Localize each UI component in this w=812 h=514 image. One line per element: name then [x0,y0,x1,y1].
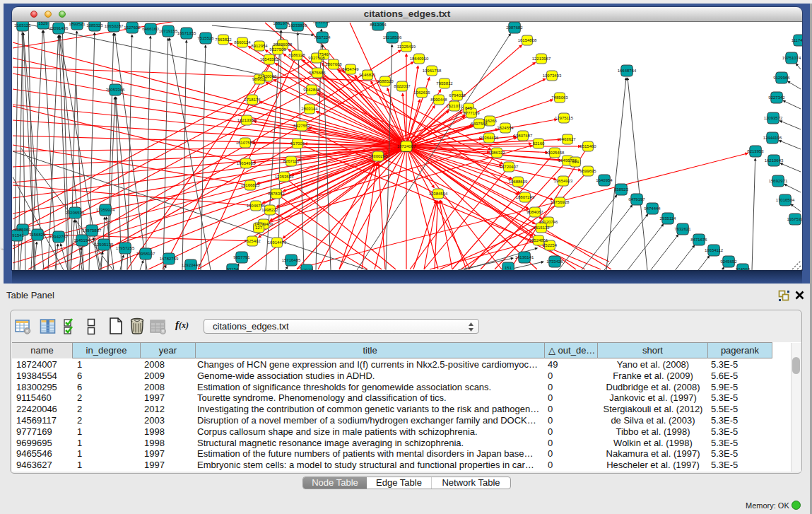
svg-text:2718176: 2718176 [244,98,261,102]
svg-text:7546: 7546 [319,52,329,57]
svg-text:12444195: 12444195 [763,136,782,140]
svg-text:10025458: 10025458 [546,151,565,155]
svg-text:19756928: 19756928 [551,200,570,204]
svg-text:1615132: 1615132 [533,226,550,230]
svg-text:1588520: 1588520 [377,79,394,83]
svg-text:16914479: 16914479 [268,240,287,245]
svg-text:8186328: 8186328 [288,53,305,57]
svg-text:9084067: 9084067 [526,210,543,214]
svg-text:644: 644 [572,160,579,164]
svg-text:19975887: 19975887 [83,228,102,233]
svg-text:23226058: 23226058 [273,42,293,47]
svg-text:12213389: 12213389 [237,118,257,122]
svg-text:7625402: 7625402 [244,239,261,243]
svg-text:10719155: 10719155 [159,29,178,33]
svg-text:93154: 93154 [227,267,239,271]
svg-text:16671355: 16671355 [177,31,196,35]
svg-text:7663822: 7663822 [215,37,232,42]
svg-text:19751074: 19751074 [782,56,801,60]
svg-text:917006: 917006 [290,141,305,146]
svg-text:1167533: 1167533 [787,217,802,221]
svg-text:17359924: 17359924 [96,208,115,212]
svg-text:8213953: 8213953 [747,149,764,153]
svg-text:9242848: 9242848 [303,88,320,92]
svg-text:17016504: 17016504 [776,198,795,202]
svg-text:9699695: 9699695 [579,169,596,173]
svg-text:9515460: 9515460 [579,144,596,148]
svg-text:1621072: 1621072 [446,104,463,108]
svg-text:6794028: 6794028 [449,93,466,98]
svg-text:8990448: 8990448 [430,98,447,102]
svg-text:15716485: 15716485 [282,258,301,262]
svg-text:8471676: 8471676 [690,238,707,242]
svg-text:18300295: 18300295 [369,154,388,158]
svg-text:845: 845 [465,106,473,110]
svg-text:7515526: 7515526 [197,36,214,40]
svg-text:10958107: 10958107 [136,252,155,256]
svg-text:14136141: 14136141 [515,255,534,259]
svg-text:9327503: 9327503 [269,47,286,52]
svg-text:8660124: 8660124 [234,40,251,45]
svg-text:13353594: 13353594 [275,175,294,179]
svg-text:151: 151 [505,266,512,270]
svg-text:8427552: 8427552 [293,124,310,128]
svg-text:7357224: 7357224 [314,35,331,40]
svg-text:746266: 746266 [483,119,498,123]
svg-text:1145194: 1145194 [74,238,91,243]
svg-text:20364436: 20364436 [480,136,499,140]
svg-text:8454749: 8454749 [342,67,359,71]
svg-text:12923: 12923 [301,268,313,271]
svg-text:3624554: 3624554 [497,126,514,130]
svg-text:16543382: 16543382 [260,57,279,62]
svg-text:127: 127 [255,226,263,230]
svg-text:391541: 391541 [12,233,25,238]
svg-text:1640954: 1640954 [596,178,613,182]
svg-text:8878352: 8878352 [268,192,285,196]
svg-text:252254: 252254 [543,243,558,247]
svg-text:4185061: 4185061 [14,228,31,232]
svg-text:10961758: 10961758 [423,69,442,73]
svg-text:12975115: 12975115 [555,116,574,120]
svg-text:9245652: 9245652 [720,259,737,264]
svg-text:7955812: 7955812 [436,81,453,86]
svg-text:1529: 1529 [38,22,48,25]
svg-text:20091406: 20091406 [49,26,69,30]
svg-text:12213967: 12213967 [532,57,551,61]
svg-text:1085323: 1085323 [86,23,103,28]
svg-text:1156829: 1156829 [30,233,47,237]
svg-text:20206536: 20206536 [66,211,85,215]
svg-text:18524851: 18524851 [529,238,548,243]
svg-text:1498222: 1498222 [261,208,278,212]
svg-text:2935114: 2935114 [660,216,677,221]
svg-text:6479197: 6479197 [628,197,645,201]
svg-text:8322037: 8322037 [394,84,411,88]
svg-text:7632621: 7632621 [674,227,691,231]
svg-text:1733426: 1733426 [546,259,563,264]
svg-text:12093572: 12093572 [764,116,783,120]
svg-text:2867608: 2867608 [325,62,342,66]
svg-text:5875685: 5875685 [309,71,326,75]
svg-text:9777169: 9777169 [463,111,480,115]
svg-text:938923: 938923 [614,187,629,192]
svg-text:1362615: 1362615 [413,90,430,95]
svg-text:12505135: 12505135 [95,243,114,247]
svg-text:16648764: 16648764 [618,69,637,73]
svg-text:16107553: 16107553 [236,141,255,145]
svg-text:9146821: 9146821 [359,73,376,77]
svg-text:11325419: 11325419 [397,45,416,49]
svg-text:16033809: 16033809 [288,23,307,28]
svg-text:16782759: 16782759 [160,257,179,261]
svg-text:19654985: 19654985 [237,161,256,165]
svg-text:19166825: 19166825 [241,183,260,187]
svg-text:1893521: 1893521 [69,22,86,26]
svg-text:989612: 989612 [252,77,267,81]
svg-text:19218506: 19218506 [383,35,402,40]
svg-text:6466160: 6466160 [142,27,159,31]
svg-text:62160: 62160 [533,141,545,146]
svg-text:19654923: 19654923 [554,179,573,183]
svg-text:10807487: 10807487 [514,134,533,138]
svg-text:9129966: 9129966 [773,76,790,80]
svg-text:7485063: 7485063 [551,95,568,100]
svg-text:10973493: 10973493 [543,74,562,78]
svg-text:20053346: 20053346 [106,88,125,92]
